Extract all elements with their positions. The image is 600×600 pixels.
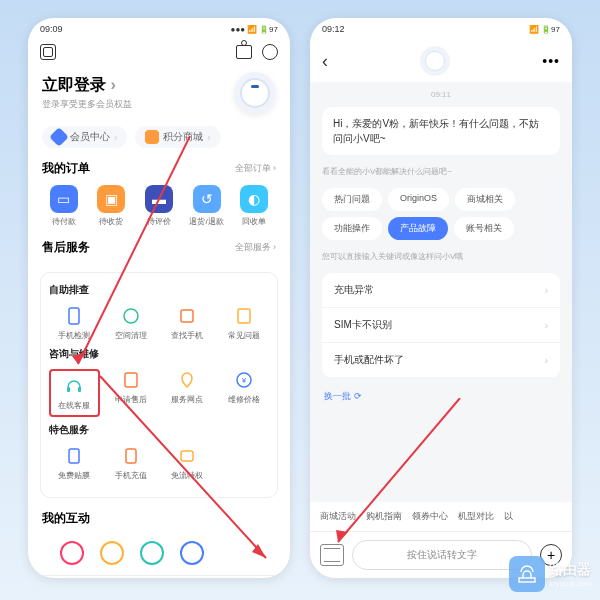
bchip-4[interactable]: 机型对比 bbox=[458, 510, 494, 523]
film-icon bbox=[63, 445, 85, 467]
order-refund[interactable]: ↺退货/退款 bbox=[185, 185, 229, 227]
order-pending-review[interactable]: ▬待评价 bbox=[137, 185, 181, 227]
data-icon bbox=[176, 445, 198, 467]
voice-input[interactable]: 按住说话转文字 bbox=[352, 540, 532, 570]
topic-chips: 热门问题 OriginOS 商城相关 功能操作 产品故障 账号相关 bbox=[322, 188, 560, 240]
aftersale-title: 售后服务 bbox=[42, 239, 90, 256]
message-icon[interactable] bbox=[262, 44, 278, 60]
keyboard-icon[interactable] bbox=[320, 544, 344, 566]
svg-rect-10 bbox=[126, 449, 136, 463]
bchip-1[interactable]: 商城活动 bbox=[320, 510, 356, 523]
interact-section: 我的互动 bbox=[28, 502, 290, 575]
greeting-bubble: Hi，亲爱的V粉，新年快乐！有什么问题，不妨问问小V吧~ bbox=[322, 107, 560, 155]
top-bar bbox=[28, 40, 290, 64]
headset-icon bbox=[63, 375, 85, 397]
svg-point-1 bbox=[124, 309, 138, 323]
special-film[interactable]: 免费贴膜 bbox=[49, 445, 100, 481]
watermark: 路由器luyouqi.com bbox=[509, 556, 592, 592]
location-icon bbox=[176, 369, 198, 391]
phone-left: 09:09 ●●●📶🔋97 立即登录 登录享受更多会员权益 会员中心› 积分商城… bbox=[28, 18, 290, 578]
interact-item-4[interactable] bbox=[180, 541, 204, 565]
chat-area: 09:11 Hi，亲爱的V粉，新年快乐！有什么问题，不妨问问小V吧~ 看看全能的… bbox=[310, 82, 572, 502]
svg-rect-0 bbox=[69, 308, 79, 324]
bot-avatar bbox=[420, 46, 450, 76]
interact-title: 我的互动 bbox=[42, 510, 90, 527]
status-icons: ●●●📶🔋97 bbox=[231, 25, 278, 34]
svg-rect-9 bbox=[69, 449, 79, 463]
chip-function[interactable]: 功能操作 bbox=[322, 217, 382, 240]
chat-timestamp: 09:11 bbox=[322, 90, 560, 99]
self-find[interactable]: 查找手机 bbox=[162, 305, 213, 341]
status-time: 09:12 bbox=[322, 24, 345, 34]
consult-apply[interactable]: 申请售后 bbox=[106, 369, 157, 417]
order-pending-receive[interactable]: ▣待收货 bbox=[90, 185, 134, 227]
quick-charging[interactable]: 充电异常 bbox=[322, 273, 560, 308]
self-clean[interactable]: 空间清理 bbox=[106, 305, 157, 341]
more-icon[interactable]: ••• bbox=[542, 53, 560, 69]
phone-right: 09:12 📶🔋97 ‹ ••• 09:11 Hi，亲爱的V粉，新年快乐！有什么… bbox=[310, 18, 572, 578]
quick-sim[interactable]: SIM卡不识别 bbox=[322, 308, 560, 343]
avatar[interactable] bbox=[234, 72, 276, 114]
orders-link[interactable]: 全部订单 bbox=[235, 162, 277, 175]
aftersale-card: 自助排查 手机检测 空间清理 查找手机 常见问题 咨询与维修 在线客服 申请售后… bbox=[40, 272, 278, 498]
apply-icon bbox=[120, 369, 142, 391]
aftersale-section: 售后服务全部服务 bbox=[28, 231, 290, 268]
pill-points[interactable]: 积分商城› bbox=[135, 126, 220, 148]
bchip-2[interactable]: 购机指南 bbox=[366, 510, 402, 523]
phone-icon bbox=[63, 305, 85, 327]
order-recycle[interactable]: ◐回收单 bbox=[232, 185, 276, 227]
refund-icon: ↺ bbox=[193, 185, 221, 213]
aftersale-link[interactable]: 全部服务 bbox=[235, 241, 277, 254]
svg-text:¥: ¥ bbox=[241, 376, 247, 385]
interact-item-2[interactable] bbox=[100, 541, 124, 565]
chat-icon: ▬ bbox=[145, 185, 173, 213]
chip-account[interactable]: 账号相关 bbox=[454, 217, 514, 240]
order-pending-pay[interactable]: ▭待付款 bbox=[42, 185, 86, 227]
login-subtitle: 登录享受更多会员权益 bbox=[42, 98, 132, 111]
special-data[interactable]: 免流特权 bbox=[162, 445, 213, 481]
self-phone-check[interactable]: 手机检测 bbox=[49, 305, 100, 341]
status-time: 09:09 bbox=[40, 24, 63, 34]
login-title: 立即登录 bbox=[42, 75, 132, 96]
find-icon bbox=[176, 305, 198, 327]
coin-icon bbox=[145, 130, 159, 144]
quick-list: 充电异常 SIM卡不识别 手机或配件坏了 bbox=[322, 273, 560, 378]
self-faq[interactable]: 常见问题 bbox=[219, 305, 270, 341]
svg-rect-6 bbox=[125, 373, 137, 387]
interact-item-3[interactable] bbox=[140, 541, 164, 565]
svg-rect-4 bbox=[67, 387, 70, 392]
bchip-5[interactable]: 以 bbox=[504, 510, 513, 523]
svg-rect-11 bbox=[181, 451, 193, 461]
pill-member[interactable]: 会员中心› bbox=[42, 126, 127, 148]
consult-online[interactable]: 在线客服 bbox=[49, 369, 100, 417]
quick-broken[interactable]: 手机或配件坏了 bbox=[322, 343, 560, 378]
refresh-link[interactable]: 换一批 ⟳ bbox=[322, 386, 560, 407]
orders-title: 我的订单 bbox=[42, 160, 90, 177]
consult-price[interactable]: ¥维修价格 bbox=[219, 369, 270, 417]
status-icons: 📶🔋97 bbox=[529, 25, 560, 34]
box-icon: ▣ bbox=[97, 185, 125, 213]
settings-icon[interactable] bbox=[40, 44, 56, 60]
back-icon[interactable]: ‹ bbox=[322, 51, 328, 72]
status-bar: 09:09 ●●●📶🔋97 bbox=[28, 18, 290, 40]
orders-section: 我的订单全部订单 ▭待付款 ▣待收货 ▬待评价 ↺退货/退款 ◐回收单 bbox=[28, 152, 290, 231]
quick-hint: 您可以直接输入关键词或像这样问小V哦 bbox=[322, 251, 560, 262]
svg-rect-2 bbox=[181, 310, 193, 322]
chip-mall[interactable]: 商城相关 bbox=[455, 188, 515, 211]
tab-bar: 热卖 选购 社区 会员 我的 bbox=[28, 575, 290, 578]
svg-rect-5 bbox=[78, 387, 81, 392]
special-topup[interactable]: 手机充值 bbox=[106, 445, 157, 481]
bottom-chips: 商城活动 购机指南 领券中心 机型对比 以 bbox=[310, 502, 572, 531]
chip-fault[interactable]: 产品故障 bbox=[388, 217, 448, 240]
login-section[interactable]: 立即登录 登录享受更多会员权益 bbox=[28, 64, 290, 122]
cart-icon[interactable] bbox=[236, 45, 252, 59]
diamond-icon bbox=[49, 127, 69, 147]
bchip-3[interactable]: 领券中心 bbox=[412, 510, 448, 523]
price-icon: ¥ bbox=[233, 369, 255, 391]
chip-originos[interactable]: OriginOS bbox=[388, 188, 449, 211]
topup-icon bbox=[120, 445, 142, 467]
consult-location[interactable]: 服务网点 bbox=[162, 369, 213, 417]
chat-header: ‹ ••• bbox=[310, 40, 572, 82]
interact-item-1[interactable] bbox=[60, 541, 84, 565]
chip-hot[interactable]: 热门问题 bbox=[322, 188, 382, 211]
